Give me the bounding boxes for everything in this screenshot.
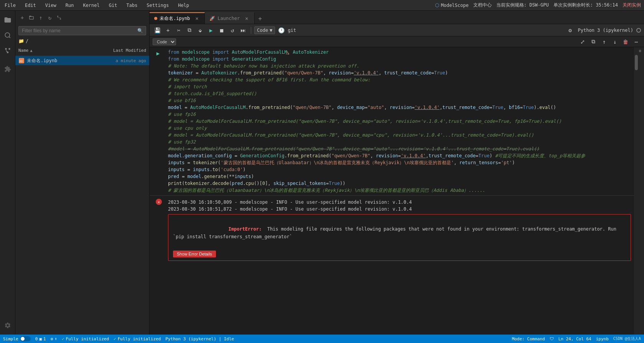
file-list: py 未命名.ipynb a minute ago [15,56,149,335]
check-icon-2: ✓ [114,336,116,341]
add-cell-button[interactable]: + [163,26,173,35]
upload-icon[interactable]: ↑ [37,14,44,21]
git-icon[interactable] [55,14,63,21]
cell-type-select[interactable]: Code ▼ [254,26,275,34]
code-line: # import torch [165,83,634,90]
activity-files-icon[interactable] [2,14,14,26]
shield-icon: 🛡 [550,336,554,341]
tab-launcher[interactable]: 🚀 Launcher × [205,12,255,24]
more-options-icon[interactable]: ⋯ [632,37,641,46]
menu-git[interactable]: Git [107,2,119,9]
run-cell-button[interactable]: ▶ [154,49,162,57]
code-line: # use bf16 [165,97,634,104]
list-item[interactable]: py 未命名.ipynb a minute ago [15,56,149,65]
stop-button[interactable]: ■ [217,26,226,35]
menu-help[interactable]: Help [176,2,191,9]
code-line: # use fp32 [165,139,634,145]
right-settings-icon[interactable]: ⚙ [639,49,644,53]
notebook-toolbar: 💾 + ✂ ⧉ ⬙ ▶ ■ ↺ ⏭ Code ▼ 🕐 git ⚙ Python … [150,24,644,36]
menu-run[interactable]: Run [64,2,76,9]
menu-edit[interactable]: Edit [23,2,38,9]
git-icon[interactable]: git [287,26,296,35]
cut-button[interactable]: ✂ [174,26,183,35]
move-down-icon[interactable]: ↓ [610,37,619,46]
save-button[interactable]: 💾 [153,26,162,35]
activity-search-icon[interactable] [2,29,14,41]
output-log-2: 2023-08-30 16:10:51,872 - modelscope - I… [168,206,631,213]
menu-kernel[interactable]: Kernel [81,2,101,9]
search-icon: 🔍 [137,28,143,33]
scrollbar-thumb[interactable] [635,55,638,70]
tab-close-icon[interactable]: × [194,15,200,21]
run-button[interactable]: ▶ [206,26,216,35]
code-line: from modelscope import GenerationConfig [165,56,634,63]
search-input[interactable] [18,26,146,35]
upload-icon: ⬆ [54,336,57,341]
code-line: # use cpu only [165,125,634,132]
svg-point-5 [57,16,59,17]
tab-notebook[interactable]: 未命名.ipynb × [150,12,205,24]
cell-count-item: 0 ▣ 1 [35,336,46,341]
kernel-status-icon [636,28,641,33]
error-label: ImportError: [229,226,262,232]
fast-forward-button[interactable]: ⏭ [239,26,248,35]
activity-git-icon[interactable] [2,45,14,57]
cell-scroll-area: ⚠ ▶ from modelscope import AutoModelForC… [150,47,634,335]
menu-items: File Edit View Run Kernel Git Tabs Setti… [3,2,191,9]
new-file-icon[interactable]: + [18,14,26,21]
dropdown-icon: ▼ [270,28,272,33]
scrollbar[interactable] [634,47,639,335]
output-log-1: 2023-08-30 16:10:50,809 - modelscope - I… [168,199,631,206]
tab-notebook-label: 未命名.ipynb [160,15,190,22]
tab-launcher-close-icon[interactable]: × [244,15,250,21]
add-tab-button[interactable]: + [255,13,265,24]
refresh-icon[interactable]: ↻ [46,14,54,21]
new-folder-icon[interactable] [28,14,35,21]
show-error-details-button[interactable]: Show Error Details [173,251,216,257]
file-modified: a minute ago [100,58,146,63]
simple-toggle[interactable] [20,336,31,341]
activity-extensions-icon[interactable] [2,63,14,75]
code-line: # We recommend checking the support of B… [165,76,634,83]
tab-launcher-label: Launcher [217,16,240,21]
code-line: # 蒙古国的首都是乌兰巴托（Ulaanbaatar）\n冰岛的首都是雷克雅未克（… [165,187,634,194]
initialized-2-item: ✓ Fully initialized [114,336,161,341]
status-bar: Simple 0 ▣ 1 ⚙ ⬆ ✓ Fully initialized ✓ F… [0,335,644,343]
cell-type-dropdown[interactable]: Code [153,38,176,45]
menu-file[interactable]: File [3,2,17,9]
move-up-icon[interactable]: ↑ [600,37,609,46]
initialized-1-item: ✓ Fully initialized [62,336,109,341]
menu-settings[interactable]: Settings [145,2,170,9]
tab-launcher-icon: 🚀 [209,16,215,21]
expand-icon[interactable]: ⤢ [578,37,587,46]
activity-settings-icon[interactable] [2,319,14,331]
notebook-area: 未命名.ipynb × 🚀 Launcher × + 💾 + ✂ ⧉ ⬙ ▶ ■… [150,11,644,335]
restart-button[interactable]: ↺ [228,26,237,35]
code-line: model.generation_config = GenerationConf… [165,152,634,159]
menu-tabs[interactable]: Tabs [125,2,139,9]
separator-1 [251,27,251,34]
copy-button[interactable]: ⧉ [185,26,194,35]
name-column-header: Name ▲ [18,48,100,53]
settings-status-item[interactable]: ⚙ ⬆ [51,336,57,341]
code-editor[interactable]: from modelscope import AutoModelForCausa… [165,47,634,195]
status-right: Mode: Command 🛡 Ln 24, Col 64 ipynb CSDN… [512,336,641,341]
simple-mode-item: Simple [3,336,31,341]
menu-view[interactable]: View [44,2,58,9]
right-panel: ⚙ [639,47,644,335]
svg-line-1 [9,36,10,38]
code-line: # use fp16 [165,111,634,118]
delete-cell-icon[interactable]: 🗑 [621,37,630,46]
paste-button[interactable]: ⬙ [196,26,205,35]
svg-point-4 [8,48,10,50]
copy-cell-icon[interactable]: ⧉ [589,37,598,46]
close-instance-btn[interactable]: 关闭实例 [623,2,641,8]
file-type: ipynb [596,336,609,341]
clock-icon[interactable]: 🕐 [277,26,286,35]
simple-label: Simple [3,336,18,341]
kernel-settings-icon[interactable]: ⚙ [566,26,575,35]
doc-center[interactable]: 文档中心 [473,2,492,8]
file-list-header[interactable]: Name ▲ Last Modified [15,45,149,56]
output-row: ✕ 2023-08-30 16:10:50,809 - modelscope -… [150,197,634,264]
modelscope-name: ModelScope [441,3,468,8]
